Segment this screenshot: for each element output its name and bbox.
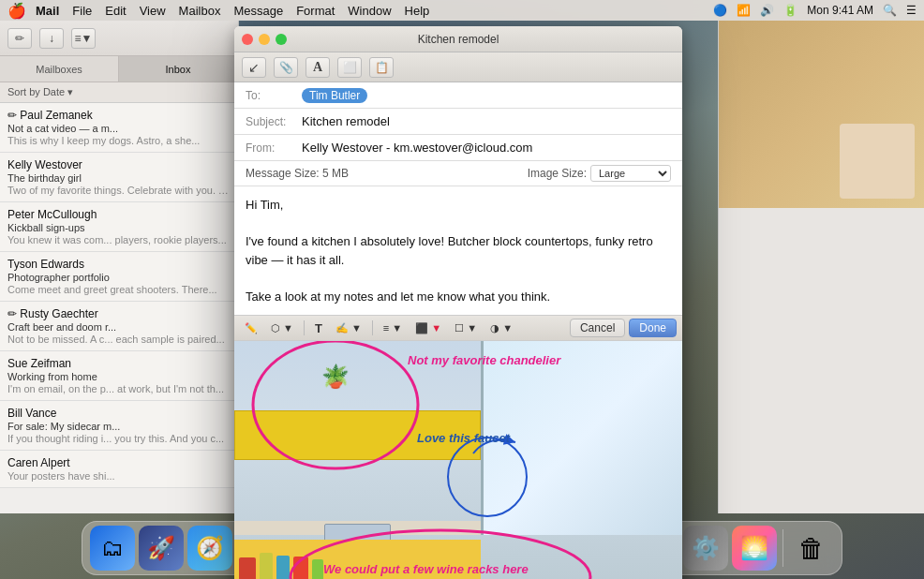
compose-titlebar: Kitchen remodel	[234, 26, 682, 52]
mail-sender: Kelly Westover	[7, 158, 231, 171]
mail-sender: Bill Vance	[7, 407, 231, 420]
minimize-button[interactable]	[259, 34, 270, 45]
mail-sender: Sue Zeifman	[7, 357, 231, 370]
from-field: From: Kelly Westover - km.westover@iclou…	[234, 135, 682, 161]
image-size-select[interactable]: Large Medium Small Actual Size	[590, 165, 671, 182]
kitchen-upper-cabinets	[234, 410, 481, 460]
toolbar-separator	[304, 320, 305, 335]
kitchen-chandelier: 🪴	[279, 347, 392, 408]
list-item[interactable]: Sue Zeifman Working from home I'm on ema…	[0, 351, 238, 401]
mail-sender: Peter McCullough	[7, 208, 231, 221]
sort-bar: Sort by Date ▾	[0, 82, 238, 103]
compose-button[interactable]: ✏	[7, 28, 32, 49]
menubar-file[interactable]: File	[72, 4, 92, 18]
list-item[interactable]: ✏ Paul Zemanek Not a cat video — a m... …	[0, 103, 238, 153]
image-size-selector[interactable]: Image Size: Large Medium Small Actual Si…	[528, 165, 671, 182]
mail-sender: ✏ Rusty Gaechter	[7, 307, 231, 320]
menubar: 🍎 Mail File Edit View Mailbox Message Fo…	[0, 0, 924, 21]
to-recipient-chip[interactable]: Tim Butler	[302, 88, 367, 103]
mail-preview-panel	[718, 21, 924, 513]
menubar-app-name[interactable]: Mail	[36, 4, 59, 18]
dock-launchpad[interactable]: 🚀	[139, 526, 184, 571]
menubar-edit[interactable]: Edit	[105, 4, 126, 18]
menubar-help[interactable]: Help	[405, 4, 430, 18]
body-line2: Take a look at my notes and let me know …	[246, 288, 671, 306]
annotation-border-tool[interactable]: ≡ ▼	[379, 320, 407, 335]
annotation-stroke-tool[interactable]: ☐ ▼	[450, 320, 482, 336]
menubar-bluetooth-icon[interactable]: 🔵	[713, 4, 727, 17]
kitchen-wine-area	[234, 540, 481, 579]
close-button[interactable]	[242, 34, 253, 45]
from-value: Kelly Westover - km.westover@icloud.com	[302, 141, 671, 155]
mail-preview: This is why I keep my dogs. Astro, a she…	[7, 135, 231, 146]
mail-sender: Tyson Edwards	[7, 258, 231, 271]
to-field[interactable]: To: Tim Butler	[234, 82, 682, 109]
compose-window: Kitchen remodel ↙ 📎 A ⬜ 📋 To: Tim Butler…	[234, 26, 682, 579]
mail-tab-bar: Mailboxes Inbox	[0, 56, 238, 82]
annotation-opacity-tool[interactable]: ◑ ▼	[485, 320, 517, 336]
tab-mailboxes[interactable]: Mailboxes	[0, 56, 119, 82]
compose-body: To: Tim Butler Subject: Kitchen remodel …	[234, 82, 682, 315]
list-item[interactable]: Bill Vance For sale: My sidecar m... If …	[0, 401, 238, 451]
list-item[interactable]: Tyson Edwards Photographer portfolio Com…	[0, 252, 238, 302]
subject-field[interactable]: Subject: Kitchen remodel	[234, 109, 682, 135]
message-size-row: Message Size: 5 MB Image Size: Large Med…	[234, 161, 682, 186]
annotation-sketch-tool[interactable]: ✏️	[240, 320, 262, 336]
annotation-done-button[interactable]: Done	[629, 319, 677, 337]
mail-subject: The birthday girl	[7, 172, 231, 184]
dock-trash[interactable]: 🗑	[789, 526, 834, 571]
mail-preview: Two of my favorite things. Celebrate wit…	[7, 185, 231, 196]
menubar-volume-icon[interactable]: 🔊	[760, 4, 774, 17]
get-mail-button[interactable]: ↓	[39, 28, 64, 49]
signature-button[interactable]: 📋	[369, 57, 394, 78]
menubar-wifi-icon[interactable]: 📶	[737, 4, 751, 17]
menubar-battery-icon[interactable]: 🔋	[783, 4, 797, 17]
attachment-button[interactable]: 📎	[274, 57, 298, 78]
mail-subject: Working from home	[7, 371, 231, 382]
list-item[interactable]: Kelly Westover The birthday girl Two of …	[0, 153, 238, 202]
dock-photos[interactable]: 🌅	[732, 526, 777, 571]
menubar-search-icon[interactable]: 🔍	[883, 4, 897, 17]
mail-preview: If you thought riding i... you try this.…	[7, 433, 231, 444]
view-toggle-button[interactable]: ≡▼	[71, 28, 96, 49]
message-size-label: Message Size: 5 MB	[246, 167, 349, 180]
apple-menu[interactable]: 🍎	[7, 2, 26, 20]
list-item[interactable]: Peter McCullough Kickball sign-ups You k…	[0, 202, 238, 252]
kitchen-scene: 🪴	[234, 341, 682, 579]
traffic-lights	[242, 34, 287, 45]
menubar-format[interactable]: Format	[296, 4, 335, 18]
compose-text-area[interactable]: Hi Tim, I've found a kitchen I absolutel…	[234, 186, 682, 315]
dock-separator-2	[782, 529, 783, 567]
annotation-fill-color-tool[interactable]: ⬛ ▼	[410, 320, 446, 336]
sort-label[interactable]: Sort by Date ▾	[7, 86, 73, 98]
preview-chair-detail	[840, 124, 915, 199]
menubar-view[interactable]: View	[140, 4, 166, 18]
menubar-window[interactable]: Window	[348, 4, 391, 18]
text-box-button[interactable]: ⬜	[337, 57, 362, 78]
mail-sidebar: ✏ ↓ ≡▼ Mailboxes Inbox Sort by Date ▾ ✏ …	[0, 21, 239, 513]
compose-window-title: Kitchen remodel	[418, 33, 499, 46]
tab-inbox[interactable]: Inbox	[119, 56, 238, 82]
font-button[interactable]: A	[306, 57, 330, 78]
mail-subject: Craft beer and doom r...	[7, 321, 231, 333]
maximize-button[interactable]	[276, 34, 287, 45]
annotation-text-tool[interactable]: T	[310, 319, 327, 337]
menubar-menu-icon[interactable]: ☰	[906, 4, 917, 17]
list-item[interactable]: Caren Alpert Your posters have shi...	[0, 451, 238, 488]
annotation-shape-tool[interactable]: ⬡ ▼	[266, 320, 298, 336]
preview-image	[719, 21, 924, 208]
dock-systemprefs[interactable]: ⚙️	[683, 526, 728, 571]
send-back-button[interactable]: ↙	[242, 57, 266, 78]
annotation-sign-tool[interactable]: ✍ ▼	[331, 320, 366, 336]
list-item[interactable]: ✏ Rusty Gaechter Craft beer and doom r..…	[0, 302, 238, 351]
dock-safari[interactable]: 🧭	[187, 526, 232, 571]
annotation-cancel-button[interactable]: Cancel	[570, 319, 625, 337]
dock-finder[interactable]: 🗂	[90, 526, 135, 571]
mail-preview: You knew it was com... players, rookie p…	[7, 234, 231, 245]
to-label: To:	[246, 89, 302, 102]
menubar-message[interactable]: Message	[233, 4, 283, 18]
mail-preview: Come meet and greet great shooters. Ther…	[7, 284, 231, 295]
annotation-toolbar: ✏️ ⬡ ▼ T ✍ ▼ ≡ ▼ ⬛ ▼ ☐ ▼ ◑ ▼ Cancel Done	[234, 315, 682, 341]
menubar-mailbox[interactable]: Mailbox	[179, 4, 221, 18]
from-label: From:	[246, 141, 302, 155]
